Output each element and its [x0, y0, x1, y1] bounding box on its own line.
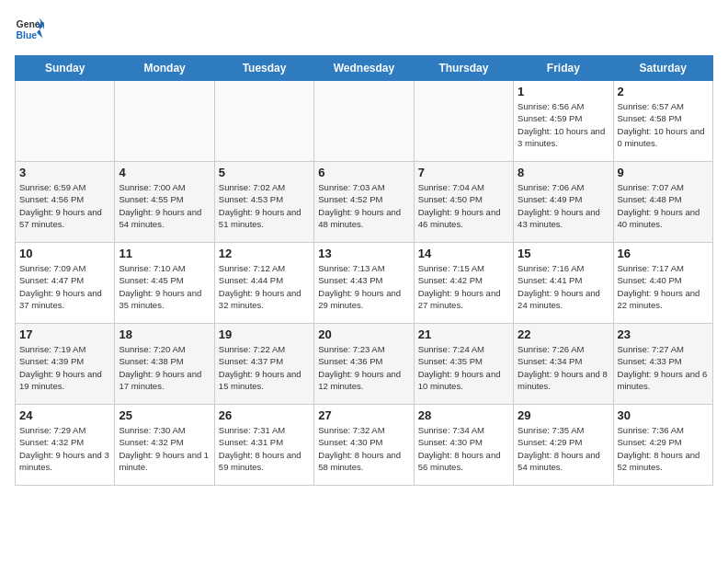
- calendar-day-cell: [115, 81, 214, 162]
- day-info: Sunrise: 7:17 AM Sunset: 4:40 PM Dayligh…: [618, 262, 709, 311]
- day-number: 20: [318, 327, 409, 341]
- day-info: Sunrise: 7:02 AM Sunset: 4:53 PM Dayligh…: [219, 181, 310, 230]
- day-number: 4: [119, 166, 210, 179]
- calendar-day-cell: [214, 81, 313, 162]
- day-info: Sunrise: 7:24 AM Sunset: 4:35 PM Dayligh…: [418, 343, 509, 392]
- calendar-day-cell: 22Sunrise: 7:26 AM Sunset: 4:34 PM Dayli…: [514, 324, 613, 405]
- day-info: Sunrise: 7:15 AM Sunset: 4:42 PM Dayligh…: [418, 262, 509, 311]
- calendar-week-row: 24Sunrise: 7:29 AM Sunset: 4:32 PM Dayli…: [16, 405, 713, 486]
- calendar-day-cell: 12Sunrise: 7:12 AM Sunset: 4:44 PM Dayli…: [214, 243, 313, 324]
- calendar-day-cell: 15Sunrise: 7:16 AM Sunset: 4:41 PM Dayli…: [514, 243, 613, 324]
- day-info: Sunrise: 7:16 AM Sunset: 4:41 PM Dayligh…: [518, 262, 609, 311]
- day-number: 19: [219, 327, 310, 341]
- day-number: 9: [618, 166, 709, 179]
- calendar-day-cell: 1Sunrise: 6:56 AM Sunset: 4:59 PM Daylig…: [514, 81, 613, 162]
- day-number: 14: [418, 247, 509, 260]
- calendar-day-cell: [414, 81, 513, 162]
- calendar-day-cell: 29Sunrise: 7:35 AM Sunset: 4:29 PM Dayli…: [514, 405, 613, 486]
- calendar-day-cell: 30Sunrise: 7:36 AM Sunset: 4:29 PM Dayli…: [613, 405, 712, 486]
- day-of-week-header: Monday: [115, 56, 214, 81]
- calendar-day-cell: [314, 81, 414, 162]
- calendar-day-cell: 26Sunrise: 7:31 AM Sunset: 4:31 PM Dayli…: [214, 405, 313, 486]
- day-info: Sunrise: 6:57 AM Sunset: 4:58 PM Dayligh…: [618, 100, 709, 149]
- day-number: 28: [418, 408, 509, 422]
- calendar-day-cell: 10Sunrise: 7:09 AM Sunset: 4:47 PM Dayli…: [16, 243, 115, 324]
- calendar-day-cell: 27Sunrise: 7:32 AM Sunset: 4:30 PM Dayli…: [314, 405, 414, 486]
- day-info: Sunrise: 7:32 AM Sunset: 4:30 PM Dayligh…: [318, 424, 409, 473]
- day-info: Sunrise: 7:19 AM Sunset: 4:39 PM Dayligh…: [19, 343, 110, 392]
- day-of-week-header: Wednesday: [314, 56, 414, 81]
- day-info: Sunrise: 7:26 AM Sunset: 4:34 PM Dayligh…: [518, 343, 609, 392]
- calendar-day-cell: 11Sunrise: 7:10 AM Sunset: 4:45 PM Dayli…: [115, 243, 214, 324]
- day-info: Sunrise: 7:31 AM Sunset: 4:31 PM Dayligh…: [219, 424, 310, 473]
- calendar-day-cell: 23Sunrise: 7:27 AM Sunset: 4:33 PM Dayli…: [613, 324, 712, 405]
- calendar-day-cell: 8Sunrise: 7:06 AM Sunset: 4:49 PM Daylig…: [514, 162, 613, 243]
- day-info: Sunrise: 7:13 AM Sunset: 4:43 PM Dayligh…: [318, 262, 409, 311]
- day-number: 11: [119, 247, 210, 260]
- day-of-week-header: Saturday: [613, 56, 712, 81]
- calendar-day-cell: 7Sunrise: 7:04 AM Sunset: 4:50 PM Daylig…: [414, 162, 513, 243]
- day-info: Sunrise: 7:34 AM Sunset: 4:30 PM Dayligh…: [418, 424, 509, 473]
- calendar-day-cell: 4Sunrise: 7:00 AM Sunset: 4:55 PM Daylig…: [115, 162, 214, 243]
- day-number: 5: [219, 166, 310, 179]
- day-number: 24: [19, 408, 110, 422]
- calendar-day-cell: 16Sunrise: 7:17 AM Sunset: 4:40 PM Dayli…: [613, 243, 712, 324]
- day-info: Sunrise: 6:59 AM Sunset: 4:56 PM Dayligh…: [19, 181, 110, 230]
- calendar-day-cell: 14Sunrise: 7:15 AM Sunset: 4:42 PM Dayli…: [414, 243, 513, 324]
- calendar-day-cell: 21Sunrise: 7:24 AM Sunset: 4:35 PM Dayli…: [414, 324, 513, 405]
- calendar-day-cell: 5Sunrise: 7:02 AM Sunset: 4:53 PM Daylig…: [214, 162, 313, 243]
- calendar-day-cell: [16, 81, 115, 162]
- day-number: 2: [618, 85, 709, 98]
- calendar-header-row: SundayMondayTuesdayWednesdayThursdayFrid…: [16, 56, 713, 81]
- calendar-table: SundayMondayTuesdayWednesdayThursdayFrid…: [15, 55, 713, 486]
- calendar-day-cell: 28Sunrise: 7:34 AM Sunset: 4:30 PM Dayli…: [414, 405, 513, 486]
- day-number: 7: [418, 166, 509, 179]
- day-number: 25: [119, 408, 210, 422]
- calendar-day-cell: 25Sunrise: 7:30 AM Sunset: 4:32 PM Dayli…: [115, 405, 214, 486]
- calendar-day-cell: 24Sunrise: 7:29 AM Sunset: 4:32 PM Dayli…: [16, 405, 115, 486]
- day-info: Sunrise: 7:09 AM Sunset: 4:47 PM Dayligh…: [19, 262, 110, 311]
- day-number: 27: [318, 408, 409, 422]
- day-info: Sunrise: 7:35 AM Sunset: 4:29 PM Dayligh…: [518, 424, 609, 473]
- calendar-day-cell: 9Sunrise: 7:07 AM Sunset: 4:48 PM Daylig…: [613, 162, 712, 243]
- day-info: Sunrise: 7:20 AM Sunset: 4:38 PM Dayligh…: [119, 343, 210, 392]
- day-info: Sunrise: 6:56 AM Sunset: 4:59 PM Dayligh…: [518, 100, 609, 149]
- day-info: Sunrise: 7:06 AM Sunset: 4:49 PM Dayligh…: [518, 181, 609, 230]
- day-info: Sunrise: 7:27 AM Sunset: 4:33 PM Dayligh…: [618, 343, 709, 392]
- calendar-week-row: 1Sunrise: 6:56 AM Sunset: 4:59 PM Daylig…: [16, 81, 713, 162]
- day-number: 3: [19, 166, 110, 179]
- calendar-day-cell: 17Sunrise: 7:19 AM Sunset: 4:39 PM Dayli…: [16, 324, 115, 405]
- day-info: Sunrise: 7:29 AM Sunset: 4:32 PM Dayligh…: [19, 424, 110, 473]
- day-number: 22: [518, 327, 609, 341]
- calendar-week-row: 17Sunrise: 7:19 AM Sunset: 4:39 PM Dayli…: [16, 324, 713, 405]
- day-info: Sunrise: 7:22 AM Sunset: 4:37 PM Dayligh…: [219, 343, 310, 392]
- day-number: 6: [318, 166, 409, 179]
- day-info: Sunrise: 7:30 AM Sunset: 4:32 PM Dayligh…: [119, 424, 210, 473]
- header: General Blue: [15, 15, 713, 44]
- day-of-week-header: Sunday: [16, 56, 115, 81]
- day-info: Sunrise: 7:10 AM Sunset: 4:45 PM Dayligh…: [119, 262, 210, 311]
- day-number: 12: [219, 247, 310, 260]
- calendar-day-cell: 13Sunrise: 7:13 AM Sunset: 4:43 PM Dayli…: [314, 243, 414, 324]
- day-number: 30: [618, 408, 709, 422]
- day-number: 17: [19, 327, 110, 341]
- day-info: Sunrise: 7:12 AM Sunset: 4:44 PM Dayligh…: [219, 262, 310, 311]
- day-info: Sunrise: 7:07 AM Sunset: 4:48 PM Dayligh…: [618, 181, 709, 230]
- calendar-day-cell: 2Sunrise: 6:57 AM Sunset: 4:58 PM Daylig…: [613, 81, 712, 162]
- calendar-day-cell: 3Sunrise: 6:59 AM Sunset: 4:56 PM Daylig…: [16, 162, 115, 243]
- day-info: Sunrise: 7:00 AM Sunset: 4:55 PM Dayligh…: [119, 181, 210, 230]
- day-number: 21: [418, 327, 509, 341]
- day-info: Sunrise: 7:36 AM Sunset: 4:29 PM Dayligh…: [618, 424, 709, 473]
- logo-icon: General Blue: [15, 15, 44, 44]
- calendar-day-cell: 19Sunrise: 7:22 AM Sunset: 4:37 PM Dayli…: [214, 324, 313, 405]
- day-number: 16: [618, 247, 709, 260]
- day-info: Sunrise: 7:04 AM Sunset: 4:50 PM Dayligh…: [418, 181, 509, 230]
- day-number: 23: [618, 327, 709, 341]
- day-number: 29: [518, 408, 609, 422]
- day-of-week-header: Friday: [514, 56, 613, 81]
- day-number: 26: [219, 408, 310, 422]
- day-number: 13: [318, 247, 409, 260]
- calendar-week-row: 3Sunrise: 6:59 AM Sunset: 4:56 PM Daylig…: [16, 162, 713, 243]
- calendar-day-cell: 18Sunrise: 7:20 AM Sunset: 4:38 PM Dayli…: [115, 324, 214, 405]
- day-number: 8: [518, 166, 609, 179]
